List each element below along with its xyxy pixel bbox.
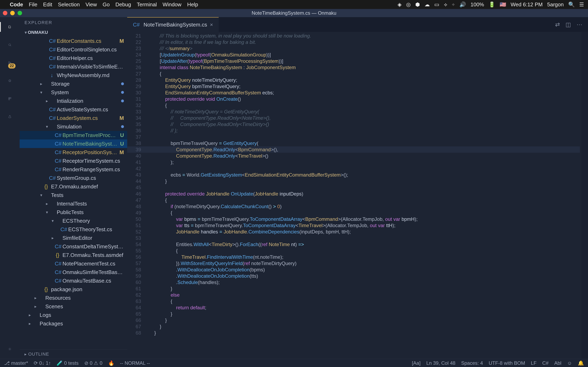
project-header[interactable]: ▾ ONMAKU (20, 28, 127, 37)
json-icon: {} (43, 184, 49, 190)
cursor-position[interactable]: Ln 39, Col 48 (426, 360, 456, 366)
item-label: NoteTimeBakingSystem.cs (62, 141, 118, 147)
file-row[interactable]: C#OnmakuTestBase.cs (20, 276, 127, 285)
branch-status[interactable]: ⎇ master* (4, 360, 28, 366)
menu-selection[interactable]: Selection (58, 1, 80, 8)
file-row[interactable]: C#NoteTimeBakingSystem.csU (20, 140, 127, 148)
file-row[interactable]: C#InternalsVisibleToSimfileEditor.cs (20, 62, 127, 71)
menu-file[interactable]: File (29, 1, 37, 8)
menu-go[interactable]: Go (103, 1, 110, 8)
problems-status[interactable]: ⊘ 0 ⚠ 0 (84, 360, 103, 366)
menu-terminal[interactable]: Terminal (137, 1, 157, 8)
file-row[interactable]: C#ECSTheoryTest.cs (20, 225, 127, 234)
file-row[interactable]: C#ConstantDeltaTimeSystem.cs (20, 242, 127, 251)
display-icon[interactable]: ▭ (434, 1, 439, 8)
flag-icon[interactable]: 🇺🇸 (500, 1, 506, 8)
extensions-tab-icon[interactable] (5, 94, 15, 104)
minimize-window-button[interactable] (10, 11, 15, 15)
folder-row[interactable]: ▸InternalTests (20, 200, 127, 208)
editor-tab[interactable]: C# NoteTimeBakingSystem.cs × (127, 17, 219, 32)
folder-row[interactable]: ▸Logs (20, 311, 127, 319)
sync-status[interactable]: ⟳ 0↓ 1↑ (34, 360, 51, 366)
encoding-status[interactable]: UTF-8 with BOM (489, 360, 525, 366)
chevron-right-icon: ▸ (28, 313, 32, 317)
menu-debug[interactable]: Debug (115, 1, 131, 8)
file-row[interactable]: C#OnmakuSimfileTestBase.cs (20, 268, 127, 276)
app-tray-icon[interactable]: ◎ (406, 1, 411, 8)
wifi-icon[interactable]: ⟡ (444, 1, 447, 8)
bluetooth-icon[interactable]: ⌖ (452, 1, 455, 8)
item-label: E7.Onmaku.Tests.asmdef (62, 252, 124, 258)
case-toggle[interactable]: [Aa] (412, 360, 421, 366)
split-editor-icon[interactable]: ◫ (566, 21, 571, 28)
file-row[interactable]: C#ReceptorPositionSystem.csM (20, 148, 127, 157)
tests-status[interactable]: 🧪 0 tests (57, 360, 78, 366)
scm-tab-icon[interactable]: 22 (5, 58, 15, 68)
item-label: EditorConstants.cs (57, 38, 118, 44)
folder-row[interactable]: ▸Storage (20, 80, 127, 88)
explorer-tab-icon[interactable] (5, 22, 15, 32)
file-row[interactable]: C#ReceptorTimeSystem.cs (20, 157, 127, 165)
folder-row[interactable]: ▾Tests (20, 191, 127, 200)
code-content[interactable]: /// This is blocking system, in real pla… (145, 32, 588, 359)
menu-edit[interactable]: Edit (43, 1, 52, 8)
clock[interactable]: Wed 6:12 PM (511, 1, 543, 8)
file-row[interactable]: {}package.json (20, 285, 127, 294)
code-area[interactable]: 2122232425262728293031323334353637383940… (127, 32, 588, 359)
close-window-button[interactable] (3, 11, 7, 15)
menu-view[interactable]: View (86, 1, 97, 8)
file-row[interactable]: {}E7.Onmaku.Tests.asmdef (20, 251, 127, 259)
minimap[interactable] (581, 32, 588, 359)
item-label: Resources (45, 295, 124, 301)
item-label: ReceptorTimeSystem.cs (62, 158, 124, 164)
csharp-file-icon: C# (133, 22, 139, 28)
volume-icon[interactable]: 🔊 (459, 1, 466, 8)
folder-row[interactable]: ▸Packages (20, 319, 127, 328)
feedback-icon[interactable]: ☺ (567, 360, 572, 366)
file-row[interactable]: C#LoaderSystem.csM (20, 114, 127, 122)
zoom-window-button[interactable] (17, 11, 22, 15)
folder-row[interactable]: ▾ECSTheory (20, 217, 127, 225)
settings-gear-icon[interactable] (5, 344, 15, 354)
folder-row[interactable]: ▸SimfileEditor (20, 234, 127, 242)
folder-row[interactable]: ▸Scenes (20, 302, 127, 311)
file-row[interactable]: C#ActiveStateSystem.cs (20, 105, 127, 114)
file-row[interactable]: {}E7.Onmaku.asmdef (20, 182, 127, 191)
file-row[interactable]: C#EditorControlSingleton.cs (20, 45, 127, 54)
indent-status[interactable]: Spaces: 4 (461, 360, 483, 366)
file-row[interactable]: C#NotePlacementTest.cs (20, 259, 127, 268)
folder-row[interactable]: ▸Resources (20, 294, 127, 302)
search-tab-icon[interactable] (5, 40, 15, 50)
compare-icon[interactable]: ⇄ (555, 21, 560, 28)
debug-tab-icon[interactable] (5, 76, 15, 86)
dropbox-icon[interactable]: ⬢ (415, 1, 420, 8)
spotlight-icon[interactable]: 🔍 (568, 1, 575, 8)
unity-icon[interactable]: ◈ (398, 1, 402, 8)
file-row[interactable]: C#BpmTimeTravelProcessin…U (20, 131, 127, 140)
file-row[interactable]: C#EditorHelper.cs (20, 54, 127, 62)
eol-status[interactable]: LF (531, 360, 536, 366)
menu-window[interactable]: Window (163, 1, 181, 8)
menu-icon[interactable]: ☰ (579, 1, 584, 8)
flame-icon[interactable]: 🔥 (108, 360, 114, 366)
folder-row[interactable]: ▾PublicTests (20, 208, 127, 217)
test-tab-icon[interactable] (5, 112, 15, 122)
menu-help[interactable]: Help (187, 1, 198, 8)
file-row[interactable]: C#EditorConstants.csM (20, 37, 127, 45)
app-name[interactable]: Code (10, 1, 23, 8)
file-row[interactable]: C#SystemGroup.cs (20, 174, 127, 182)
close-tab-icon[interactable]: × (210, 22, 213, 28)
battery-icon[interactable]: 🔋 (489, 1, 495, 8)
bell-icon[interactable]: 🔔 (578, 360, 584, 366)
file-row[interactable]: C#RenderRangeSystem.cs (20, 165, 127, 174)
folder-row[interactable]: ▾System (20, 88, 127, 97)
more-actions-icon[interactable]: ⋯ (577, 21, 582, 28)
file-row[interactable]: ↓WhyNewAssembly.md (20, 71, 127, 80)
username[interactable]: 5argon (547, 1, 564, 8)
language-status[interactable]: C# (542, 360, 549, 366)
folder-row[interactable]: ▾Simulation (20, 122, 127, 131)
folder-row[interactable]: ▸Intialization (20, 97, 127, 105)
tab-status[interactable]: Abl (554, 360, 562, 366)
cloud-icon[interactable]: ☁ (424, 1, 430, 8)
outline-header[interactable]: ▸ OUTLINE (20, 349, 127, 359)
